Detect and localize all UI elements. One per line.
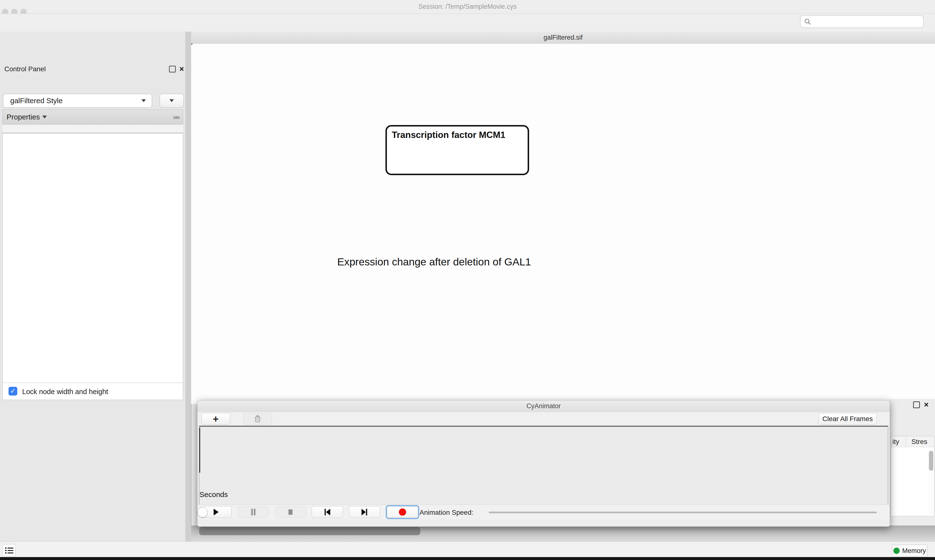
delete-frame-button[interactable] bbox=[243, 413, 272, 425]
node-table: ity Stres bbox=[891, 436, 935, 516]
plus-icon: + bbox=[213, 415, 218, 423]
stop-icon bbox=[287, 508, 293, 516]
play-icon bbox=[213, 508, 219, 516]
network-window-titlebar: galFiltered.sif bbox=[191, 32, 935, 44]
skip-to-end-icon bbox=[361, 508, 368, 516]
task-history-button[interactable] bbox=[2, 544, 15, 556]
cyanimator-titlebar: CyAnimator bbox=[197, 400, 890, 412]
column-divider[interactable] bbox=[906, 436, 906, 447]
close-panel-icon[interactable] bbox=[179, 66, 184, 72]
session-title: Session: /Temp/SampleMovie.cys bbox=[0, 3, 935, 11]
record-button[interactable] bbox=[387, 506, 418, 518]
pause-icon bbox=[250, 508, 256, 516]
main-toolbar bbox=[0, 14, 935, 32]
chevron-down-icon bbox=[142, 99, 146, 102]
stop-button[interactable] bbox=[275, 506, 306, 518]
search-input[interactable] bbox=[814, 18, 920, 26]
status-bar: Memory bbox=[0, 542, 935, 557]
properties-header[interactable]: Properties »» bbox=[2, 109, 183, 125]
animation-speed-thumb[interactable] bbox=[197, 507, 208, 517]
float-panel-icon[interactable] bbox=[913, 402, 920, 408]
clear-all-frames-label: Clear All Frames bbox=[822, 415, 873, 423]
node-table-fragment: ity Stres bbox=[889, 399, 935, 525]
panel-splitter[interactable] bbox=[185, 32, 191, 542]
screen-edge bbox=[0, 557, 935, 560]
annotation-title: Transcription factor MCM1 bbox=[392, 130, 523, 140]
vertical-scrollbar[interactable] bbox=[929, 449, 934, 514]
float-panel-icon[interactable] bbox=[169, 66, 176, 72]
animation-speed-label: Animation Speed: bbox=[420, 509, 473, 517]
timeline-axis-label: Seconds bbox=[199, 491, 228, 499]
horizontal-scrollbar[interactable] bbox=[199, 527, 420, 535]
clear-all-frames-button[interactable]: Clear All Frames bbox=[818, 413, 877, 425]
application-window: Session: /Temp/SampleMovie.cys Control P… bbox=[0, 0, 935, 560]
cyanimator-toolbar: + Clear All Frames bbox=[197, 412, 890, 426]
memory-button[interactable]: Memory bbox=[892, 545, 927, 557]
memory-status-icon bbox=[893, 548, 900, 554]
titlebar: Session: /Temp/SampleMovie.cys bbox=[0, 0, 935, 14]
add-frame-button[interactable]: + bbox=[201, 413, 230, 425]
control-panel: Control Panel galFiltered Style Properti… bbox=[0, 32, 185, 542]
close-panel-icon[interactable] bbox=[924, 402, 929, 407]
cyanimator-window: CyAnimator + Clear All Frames Seconds bbox=[197, 400, 890, 527]
lock-checkbox[interactable]: ✓ bbox=[9, 387, 17, 395]
style-options-button[interactable] bbox=[159, 94, 184, 108]
search-icon bbox=[804, 18, 811, 25]
chevron-down-icon bbox=[170, 99, 174, 102]
animation-speed-slider[interactable] bbox=[489, 512, 877, 513]
go-to-end-button[interactable] bbox=[349, 506, 380, 518]
network-view-window: galFiltered.sif Transcription factor MCM… bbox=[191, 32, 935, 404]
properties-header-label: Properties bbox=[6, 113, 40, 121]
record-icon bbox=[399, 508, 406, 516]
skip-to-start-icon bbox=[324, 508, 331, 516]
expand-all-icon[interactable]: »» bbox=[173, 113, 179, 121]
network-canvas[interactable]: Transcription factor MCM1 Expression cha… bbox=[191, 44, 935, 404]
annotation-box[interactable]: Transcription factor MCM1 bbox=[386, 125, 529, 175]
network-edges bbox=[191, 44, 935, 404]
chevron-down-icon bbox=[42, 115, 47, 118]
timeline-playhead[interactable] bbox=[199, 428, 200, 473]
table-header-row: ity Stres bbox=[891, 436, 934, 447]
cyanimator-controls: Animation Speed: bbox=[197, 505, 890, 519]
control-panel-title: Control Panel bbox=[5, 65, 46, 73]
cyanimator-title: CyAnimator bbox=[197, 402, 890, 410]
network-caption: Expression change after deletion of GAL1 bbox=[337, 256, 531, 268]
properties-column-headers bbox=[2, 125, 183, 133]
search-field bbox=[800, 15, 924, 28]
go-to-start-button[interactable] bbox=[312, 506, 343, 518]
column-header[interactable]: Stres bbox=[911, 438, 927, 446]
pause-button[interactable] bbox=[238, 506, 269, 518]
style-dropdown-value: galFiltered Style bbox=[10, 97, 63, 105]
memory-label: Memory bbox=[902, 547, 926, 555]
network-window-title: galFiltered.sif bbox=[191, 34, 935, 42]
lock-label: Lock node width and height bbox=[22, 388, 108, 396]
table-panel-header bbox=[191, 525, 935, 542]
column-header[interactable]: ity bbox=[892, 438, 899, 446]
cyanimator-timeline[interactable]: Seconds bbox=[199, 426, 888, 505]
properties-panel bbox=[2, 109, 183, 383]
style-dropdown[interactable]: galFiltered Style bbox=[3, 94, 152, 108]
lock-row: ✓ Lock node width and height bbox=[2, 383, 183, 400]
trash-icon bbox=[255, 415, 261, 423]
